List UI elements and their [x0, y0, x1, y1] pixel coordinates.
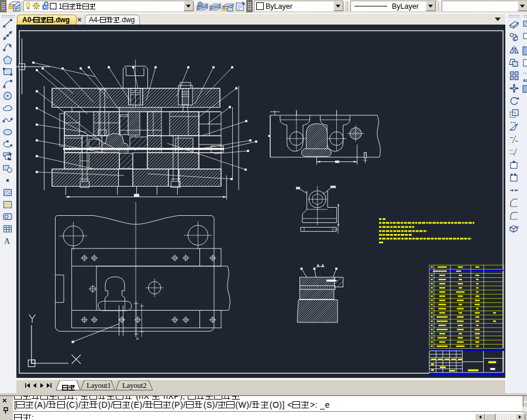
svg-text:A: A: [4, 237, 11, 246]
svg-text:A-A: A-A: [316, 263, 325, 268]
svg-text:Layout2: Layout2: [122, 381, 147, 390]
svg-text:Layout1: Layout1: [87, 381, 111, 390]
svg-text:AL: AL: [523, 78, 527, 82]
svg-text:A: A: [136, 337, 139, 340]
